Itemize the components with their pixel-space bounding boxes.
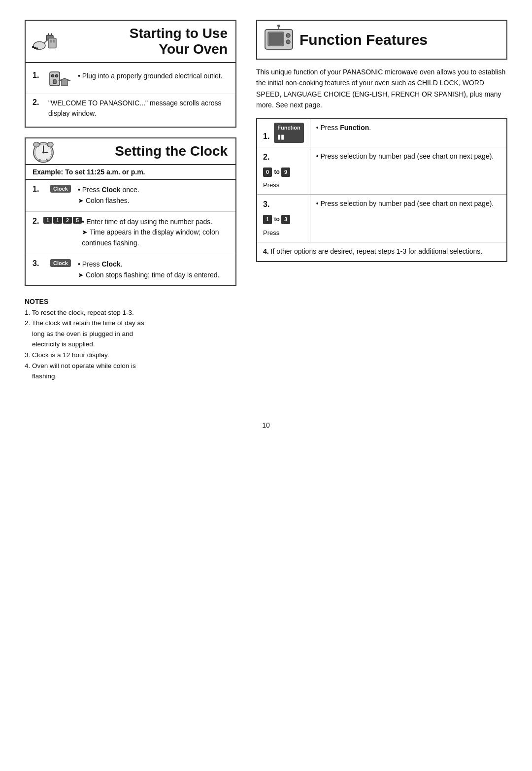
function-description: This unique function of your PANASONIC m… xyxy=(256,67,507,111)
starting-steps: 1. xyxy=(26,63,235,127)
svg-point-27 xyxy=(286,34,290,37)
clock-step-2-content: • Enter time of day using the number pad… xyxy=(82,217,229,249)
svg-point-21 xyxy=(33,142,39,147)
clock-step-2: 2. 1 1 2 5 • Enter time of day using the… xyxy=(26,212,235,254)
step-number: 1. xyxy=(33,71,43,80)
function-key-button: Function▮▮ xyxy=(274,123,303,143)
num-9-button: 9 xyxy=(281,168,290,177)
function-step-1-text: • Press Function. xyxy=(310,118,507,147)
svg-point-28 xyxy=(286,40,290,44)
clock-step-num-3: 3. xyxy=(33,259,43,268)
svg-marker-15 xyxy=(59,78,70,86)
svg-rect-29 xyxy=(269,33,283,45)
step-number-2: 2. xyxy=(33,98,43,107)
clock-step-num-1: 1. xyxy=(33,185,43,194)
starting-header: Starting to Use Your Oven xyxy=(26,21,235,63)
outlet-icon xyxy=(48,71,73,90)
clock-header: Setting the Clock xyxy=(26,138,235,165)
right-column: Function Features This unique function o… xyxy=(256,20,507,382)
note-1: 1. To reset the clock, repeat step 1-3. xyxy=(25,307,236,318)
notes-title: NOTES xyxy=(25,296,236,307)
page-number: 10 xyxy=(0,421,532,429)
function-step-num-2: 2. 0 to 9 Press xyxy=(257,147,310,195)
svg-point-6 xyxy=(34,47,36,49)
function-steps-table: 1. Function▮▮ • Press Function. 2. 0 to xyxy=(256,118,507,262)
note-2: 2. The clock will retain the time of day… xyxy=(25,318,236,350)
function-step-num-1: 1. Function▮▮ xyxy=(257,118,310,147)
start-step-1: 1. xyxy=(26,67,235,94)
function-title: Function Features xyxy=(299,32,428,48)
note-3: 3. Clock is a 12 hour display. xyxy=(25,350,236,361)
starting-title: Starting to Use Your Oven xyxy=(60,26,228,57)
clock-section: Setting the Clock Example: To set 11:25 … xyxy=(25,137,236,286)
left-column: Starting to Use Your Oven 1. xyxy=(25,20,236,382)
function-step-num-3: 3. 1 to 3 Press xyxy=(257,195,310,242)
function-step-3-row: 3. 1 to 3 Press • Press selection by num… xyxy=(257,195,507,242)
clock-step-1-content: • Press Clock once. ➤ Colon flashes. xyxy=(78,185,139,206)
svg-point-7 xyxy=(36,48,38,49)
note-4: 4. Oven will not operate while colon is … xyxy=(25,361,236,382)
clock-step-3-content: • Press Clock. ➤ Colon stops flashing; t… xyxy=(78,259,219,280)
clock-steps: 1. Clock • Press Clock once. ➤ Colon fla… xyxy=(26,180,235,285)
svg-point-13 xyxy=(56,75,58,77)
svg-rect-14 xyxy=(53,80,56,84)
function-step-1-row: 1. Function▮▮ • Press Function. xyxy=(257,118,507,147)
clock-step-num-2: 2. xyxy=(33,217,43,226)
clock-icon xyxy=(30,138,57,165)
num-keys-icon: 1 1 2 5 xyxy=(48,217,77,224)
starting-section: Starting to Use Your Oven 1. xyxy=(25,20,236,128)
svg-point-20 xyxy=(42,152,44,154)
svg-point-5 xyxy=(33,46,34,48)
num-0-button: 0 xyxy=(263,168,272,177)
svg-rect-10 xyxy=(53,40,55,43)
num-1-button: 1 xyxy=(263,215,272,224)
oven-plug-icon xyxy=(31,29,58,55)
clock-step-1: 1. Clock • Press Clock once. ➤ Colon fla… xyxy=(26,180,235,211)
clock-step-3: 3. Clock • Press Clock. ➤ Colon stops fl… xyxy=(26,254,235,285)
example-bar: Example: To set 11:25 a.m. or p.m. xyxy=(26,165,235,180)
function-step-4-row: 4. If other options are desired, repeat … xyxy=(257,242,507,262)
function-step-2-text: • Press selection by number pad (see cha… xyxy=(310,147,507,195)
notes-section: NOTES 1. To reset the clock, repeat step… xyxy=(25,296,236,382)
clock-title: Setting the Clock xyxy=(60,143,228,159)
svg-rect-9 xyxy=(50,40,52,43)
function-icon xyxy=(264,25,294,55)
svg-rect-8 xyxy=(48,38,56,48)
start-step-2-text: "WELCOME TO PANASONIC..." message scroll… xyxy=(48,98,229,119)
function-step-4-text: 4. If other options are desired, repeat … xyxy=(257,242,507,262)
svg-point-30 xyxy=(277,25,280,27)
start-step-1-text: • Plug into a properly grounded electric… xyxy=(78,71,223,81)
start-step-2: 2. "WELCOME TO PANASONIC..." message scr… xyxy=(26,94,235,123)
svg-point-22 xyxy=(47,142,53,147)
function-step-3-text: • Press selection by number pad (see cha… xyxy=(310,195,507,242)
function-step-2-row: 2. 0 to 9 Press • Press selection by num… xyxy=(257,147,507,195)
clock-button-icon-1: Clock xyxy=(48,185,73,193)
clock-button-icon-3: Clock xyxy=(48,259,73,267)
svg-point-12 xyxy=(52,75,54,77)
function-header: Function Features xyxy=(256,20,507,60)
num-3-button: 3 xyxy=(281,215,290,224)
